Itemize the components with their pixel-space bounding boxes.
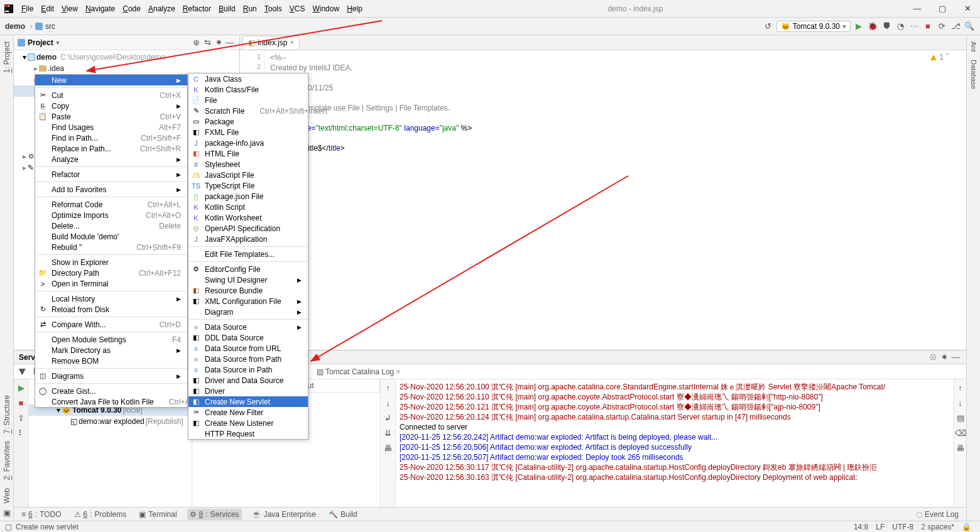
new-javaclass[interactable]: CJava Class	[188, 73, 308, 84]
ctx-dirpath[interactable]: 📁Directory PathCtrl+Alt+F12	[35, 268, 187, 278]
ctx-openmodset[interactable]: Open Module SettingsF4	[35, 334, 187, 345]
editor-text-area[interactable]: 1238 <%-- Created by IntelliJ IDEA. User…	[240, 50, 966, 350]
expand-icon[interactable]: ▸	[34, 64, 38, 73]
coverage-button-icon[interactable]: ⛊	[881, 21, 892, 32]
new-dspath[interactable]: ≡Data Source from Path	[188, 354, 308, 364]
caret-position[interactable]: 14:8	[850, 523, 872, 531]
ctx-showexplorer[interactable]: Show in Explorer	[35, 257, 187, 268]
rerun-icon[interactable]: ▶	[16, 382, 27, 393]
more-icon[interactable]: ⠇	[16, 427, 27, 438]
new-resourcebundle[interactable]: ◧Resource Bundle	[188, 285, 308, 296]
hide-icon[interactable]: —	[224, 37, 236, 48]
new-driver[interactable]: ◧Driver	[188, 386, 308, 396]
menu-view[interactable]: View	[58, 0, 82, 18]
terminal-stripe-button[interactable]: ▣ Terminal	[136, 509, 179, 520]
database-stripe-button[interactable]: Database	[970, 60, 977, 89]
menu-edit[interactable]: Edit	[37, 0, 58, 18]
ctx-new[interactable]: New▶	[35, 75, 187, 85]
new-datasource[interactable]: ≡Data Source▶	[188, 322, 308, 332]
ctx-copy[interactable]: ⎘Copy▶	[35, 100, 187, 111]
new-editorconfig[interactable]: ⚙EditorConfig File	[188, 264, 308, 274]
new-createservlet[interactable]: ◧Create New Servlet	[188, 396, 308, 407]
ctx-markdir[interactable]: Mark Directory as▶	[35, 345, 187, 356]
menu-vcs[interactable]: VCS	[286, 0, 309, 18]
line-separator[interactable]: LF	[872, 523, 888, 531]
restore-layout-icon[interactable]: ⦾	[927, 352, 939, 363]
ctx-delete[interactable]: Delete...Delete	[35, 220, 187, 231]
new-stylesheet[interactable]: #Stylesheet	[188, 159, 308, 170]
new-xmlconfig[interactable]: ◧XML Configuration File▶	[188, 296, 308, 307]
new-httpreq[interactable]: HTTP Request	[188, 428, 308, 439]
context-menu[interactable]: New▶✂CutCtrl+X⎘Copy▶📋PasteCtrl+VFind Usa…	[35, 74, 188, 408]
run-configuration-selector[interactable]: 🐱 Tomcat 9.0.30 ▾	[776, 21, 851, 32]
soft-wrap-icon[interactable]: ▤	[955, 412, 966, 423]
read-only-icon[interactable]: 🔒	[958, 523, 975, 531]
ctx-findusages[interactable]: Find UsagesAlt+F7	[35, 122, 187, 133]
deploy-icon[interactable]: ⇪	[16, 412, 27, 423]
new-ddl[interactable]: ◧DDL Data Source	[188, 332, 308, 343]
ant-stripe-button[interactable]: Ant	[970, 41, 977, 52]
toolwindows-icon[interactable]: ▣	[1, 507, 13, 518]
close-tab-icon[interactable]: ×	[290, 38, 294, 47]
expand-icon[interactable]: ▾	[23, 53, 26, 62]
hide-icon[interactable]: —	[950, 352, 961, 363]
favorites-stripe-button[interactable]: 2: Favorites	[3, 441, 11, 480]
new-fxml[interactable]: ◧FXML File	[188, 127, 308, 138]
down-icon[interactable]: ↓	[383, 397, 394, 408]
ctx-localhist[interactable]: Local History▶	[35, 293, 187, 304]
update-app-icon[interactable]: ⟳	[936, 21, 947, 32]
ctx-reformat[interactable]: Reformat CodeCtrl+Alt+L	[35, 199, 187, 210]
indent-config[interactable]: 2 spaces*	[917, 523, 958, 531]
console-output[interactable]: 25-Nov-2020 12:56:20.100 淇℃伅 [main] org.…	[396, 379, 954, 507]
web-stripe-button[interactable]: Web	[3, 488, 11, 503]
new-html[interactable]: ◧HTML File	[188, 148, 308, 159]
attach-button-icon[interactable]: ⋯	[908, 21, 920, 32]
ctx-findinpath[interactable]: Find in Path...Ctrl+Shift+F	[35, 133, 187, 143]
ctx-creategist[interactable]: ◯Create Gist...	[35, 386, 187, 396]
ctx-refactor[interactable]: Refactor▶	[35, 169, 187, 180]
ctx-optimports[interactable]: Optimize ImportsCtrl+Alt+O	[35, 210, 187, 220]
problems-stripe-button[interactable]: ⚠ 6: Problems	[72, 509, 129, 520]
new-package[interactable]: ▭Package	[188, 116, 308, 127]
services-stripe-button[interactable]: ⚙ 8: Services	[187, 509, 242, 520]
print-icon[interactable]: 🖶	[955, 442, 966, 453]
new-packageinfo[interactable]: Jpackage-info.java	[188, 138, 308, 148]
breadcrumb-root[interactable]: demo	[5, 22, 28, 31]
locate-icon[interactable]: ⊕	[190, 37, 202, 48]
expand-icon[interactable]: ▸	[23, 152, 26, 161]
new-scratchfile[interactable]: ✎Scratch FileCtrl+Alt+Shift+Insert	[188, 106, 308, 116]
structure-stripe-button[interactable]: 7: Structure	[3, 395, 11, 434]
debug-button-icon[interactable]: 🐞	[867, 21, 878, 32]
minimize-button[interactable]: —	[905, 0, 930, 18]
new-diagram[interactable]: Diagram▶	[188, 307, 308, 317]
expand-all-icon[interactable]: ⇆	[202, 37, 213, 48]
javaee-stripe-button[interactable]: ☕ Java Enterprise	[249, 509, 318, 520]
ctx-paste[interactable]: 📋PasteCtrl+V	[35, 111, 187, 122]
ctx-addfav[interactable]: Add to Favorites▶	[35, 184, 187, 195]
tree-node-demo[interactable]: demo	[36, 53, 57, 62]
new-js[interactable]: JSJavaScript File	[188, 170, 308, 180]
menu-analyze[interactable]: Analyze	[144, 0, 179, 18]
todo-stripe-button[interactable]: ≡ 6: TODO	[19, 509, 64, 520]
expand-icon[interactable]: ▸	[23, 163, 26, 172]
new-file[interactable]: 📄File	[188, 95, 308, 106]
tree-node-idea[interactable]: .idea	[48, 64, 64, 73]
new-submenu[interactable]: CJava ClassKKotlin Class/File📄File✎Scrat…	[188, 73, 308, 440]
new-kotlinclass[interactable]: KKotlin Class/File	[188, 84, 308, 95]
ctx-openterm[interactable]: >Open in Terminal	[35, 278, 187, 289]
new-createfilter[interactable]: ✂Create New Filter	[188, 407, 308, 418]
ctx-reloaddisk[interactable]: ↻Reload from Disk	[35, 304, 187, 315]
profile-button-icon[interactable]: ◔	[895, 21, 906, 32]
ctx-cut[interactable]: ✂CutCtrl+X	[35, 90, 187, 100]
new-createlistener[interactable]: ◧Create New Listener	[188, 418, 308, 428]
new-javafx[interactable]: JJavaFXApplication	[188, 234, 308, 244]
editor-inspection-indicator[interactable]: 1 ˇ	[930, 53, 949, 62]
up-icon[interactable]: ↑	[383, 382, 394, 393]
file-encoding[interactable]: UTF-8	[888, 523, 917, 531]
ctx-replaceinpath[interactable]: Replace in Path...Ctrl+Shift+R	[35, 143, 187, 154]
project-stripe-button[interactable]: 1: Project	[3, 41, 11, 73]
breadcrumb-src[interactable]: src	[45, 22, 58, 31]
ctx-compare[interactable]: ⇄Compare With...Ctrl+D	[35, 319, 187, 330]
menu-navigate[interactable]: Navigate	[82, 0, 119, 18]
search-everywhere-icon[interactable]: 🔍	[964, 21, 975, 32]
